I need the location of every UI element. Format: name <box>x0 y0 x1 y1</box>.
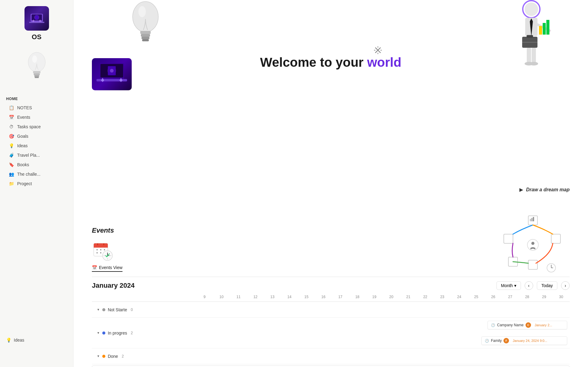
today-button[interactable]: Today <box>537 281 557 290</box>
day-cell-21[interactable]: 21 <box>400 294 417 300</box>
ideas-label: Ideas <box>14 338 24 343</box>
group-not-started-label[interactable]: ▼ Not Starte 0 <box>92 302 196 317</box>
family-name-label: Family <box>491 339 502 343</box>
sidebar-tasks-label: Tasks space <box>17 124 41 129</box>
done-count: 2 <box>122 354 124 358</box>
event-company-name[interactable]: 🕐 Campany Name C January 2... <box>488 321 567 329</box>
day-cell-11[interactable]: 11 <box>230 294 247 300</box>
company-clock-icon: 🕐 <box>491 323 495 327</box>
day-cell-20[interactable]: 20 <box>383 294 400 300</box>
ideas-icon: 💡 <box>9 143 14 148</box>
day-cell-13[interactable]: 13 <box>264 294 281 300</box>
day-cell-14[interactable]: 14 <box>281 294 298 300</box>
sidebar-events-label: Events <box>17 115 30 120</box>
company-date: January 2... <box>535 323 552 327</box>
main-content: Welcome to your world Events <box>74 0 588 367</box>
calendar-prev-button[interactable]: ‹ <box>525 281 533 290</box>
events-calendar-icon <box>92 239 114 261</box>
not-started-dot <box>102 308 105 311</box>
day-cell-16[interactable]: 16 <box>315 294 332 300</box>
company-avatar: C <box>526 322 531 328</box>
hero-bulb-top <box>129 0 162 53</box>
sidebar-item-books[interactable]: 🔖 Books <box>2 160 71 169</box>
notes-icon: 📋 <box>9 105 14 110</box>
family-avatar-initials: F <box>506 339 507 342</box>
family-avatar: F <box>503 338 509 343</box>
day-cell-30[interactable]: 30 <box>553 294 570 300</box>
day-cells: 9101112131415161718192021222324252627282… <box>196 294 570 300</box>
events-view-tab[interactable]: 📅 Events View <box>92 265 123 272</box>
sidebar-item-events[interactable]: 📅 Events <box>2 113 71 122</box>
month-view-button[interactable]: Month ▾ <box>496 281 521 290</box>
sidebar-item-notes[interactable]: 📋 NOTES <box>2 103 71 112</box>
svg-point-72 <box>531 242 534 245</box>
tasks-icon: ⏱ <box>9 124 14 129</box>
day-cell-28[interactable]: 28 <box>519 294 536 300</box>
svg-point-13 <box>133 2 158 32</box>
home-section-label: HOME <box>0 92 73 103</box>
day-cell-26[interactable]: 26 <box>485 294 502 300</box>
day-cell-29[interactable]: 29 <box>536 294 552 300</box>
sidebar-item-goals[interactable]: 🎯 Goals <box>2 132 71 141</box>
close-x-icon <box>374 46 382 54</box>
svg-rect-18 <box>142 39 149 41</box>
dream-map-label: Draw a dream map <box>526 187 570 193</box>
day-cell-24[interactable]: 24 <box>451 294 468 300</box>
not-started-status: Not Starte <box>108 307 127 312</box>
done-dot <box>102 355 105 358</box>
not-started-events-area <box>196 302 570 317</box>
calendar-next-button[interactable]: › <box>561 281 570 290</box>
sidebar-ideas-bottom[interactable]: 💡 Ideas <box>6 338 24 343</box>
events-icon-row <box>92 239 123 261</box>
day-cell-23[interactable]: 23 <box>434 294 450 300</box>
day-cell-17[interactable]: 17 <box>332 294 349 300</box>
sidebar-item-challenge[interactable]: 👥 The challe... <box>2 170 71 179</box>
svg-rect-68 <box>551 234 560 243</box>
group-done-label[interactable]: ▼ Done 2 <box>92 348 196 364</box>
day-cell-15[interactable]: 15 <box>298 294 315 300</box>
bottom-event-bar[interactable]: 🕐 Interview J January 12, 2024 4:00 PM ⏰… <box>92 365 570 367</box>
svg-point-56 <box>96 252 98 253</box>
dream-map-section[interactable]: ▶ Draw a dream map <box>519 132 570 193</box>
svg-rect-67 <box>504 234 513 243</box>
sidebar-item-tasks[interactable]: ⏱ Tasks space <box>2 122 71 131</box>
sidebar-title: OS <box>0 33 73 41</box>
hero-title-highlight: world <box>367 55 401 69</box>
sidebar-books-label: Books <box>17 162 29 167</box>
sidebar-item-project[interactable]: 📁 Progect <box>2 179 71 188</box>
hero-close-icon[interactable] <box>374 46 382 56</box>
svg-rect-11 <box>34 75 39 77</box>
events-title: Events <box>92 227 123 234</box>
in-progress-events-area: 🕐 Campany Name C January 2... 🕐 Family F… <box>196 318 570 348</box>
sidebar-item-travel[interactable]: 🧳 Travel Pla... <box>2 151 71 160</box>
day-cell-25[interactable]: 25 <box>468 294 484 300</box>
day-cell-9[interactable]: 9 <box>196 294 213 300</box>
hero-figure-right <box>505 0 557 72</box>
day-cell-27[interactable]: 27 <box>502 294 518 300</box>
sidebar-item-ideas[interactable]: 💡 Ideas <box>2 141 71 150</box>
group-not-started: ▼ Not Starte 0 <box>92 302 570 318</box>
day-cell-10[interactable]: 10 <box>213 294 230 300</box>
svg-point-55 <box>104 249 105 250</box>
group-done: ▼ Done 2 <box>92 348 570 364</box>
day-cell-18[interactable]: 18 <box>349 294 366 300</box>
done-events-area <box>196 348 570 364</box>
svg-rect-25 <box>543 23 546 35</box>
day-cell-22[interactable]: 22 <box>417 294 434 300</box>
svg-rect-4 <box>35 15 39 20</box>
travel-icon: 🧳 <box>9 152 14 158</box>
svg-rect-15 <box>140 31 151 34</box>
group-in-progress-label[interactable]: ▼ In progres 2 <box>92 318 196 348</box>
svg-rect-28 <box>527 35 533 38</box>
svg-point-33 <box>530 62 538 66</box>
day-cell-19[interactable]: 19 <box>366 294 383 300</box>
events-view-label: Events View <box>99 265 123 270</box>
today-btn-label: Today <box>541 283 553 288</box>
calendar-month-label: January 2024 <box>92 282 134 290</box>
sidebar-travel-label: Travel Pla... <box>17 153 40 158</box>
svg-rect-24 <box>539 26 542 35</box>
event-family[interactable]: 🕐 Family F January 24, 2024 9:0... <box>481 336 567 345</box>
sidebar-logo <box>24 6 49 31</box>
calendar-header: January 2024 Month ▾ ‹ Today › <box>92 277 570 292</box>
day-cell-12[interactable]: 12 <box>247 294 264 300</box>
